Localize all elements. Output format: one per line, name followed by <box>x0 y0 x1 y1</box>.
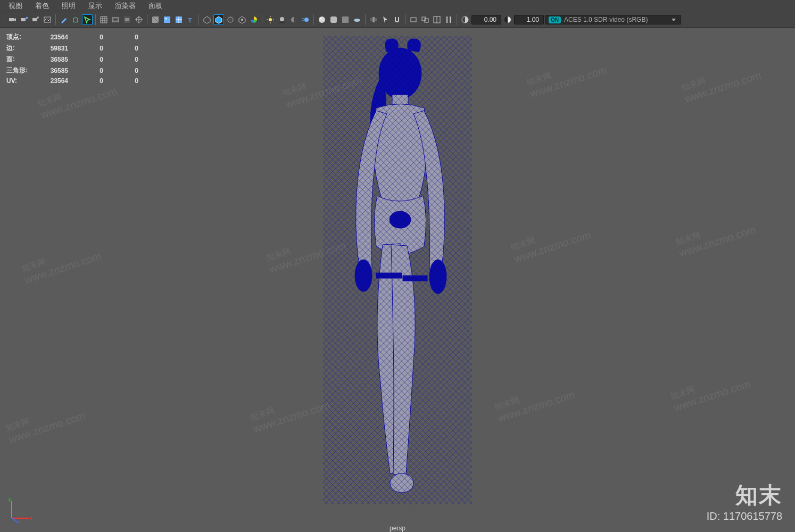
poly-count-hud: 顶点: 23564 0 0 边: 59831 0 0 面: 36585 0 0 … <box>5 31 149 86</box>
viewport-toolbar: T <box>0 12 795 28</box>
separator <box>405 14 405 25</box>
svg-text:T: T <box>188 16 192 24</box>
separator <box>95 14 96 25</box>
svg-point-27 <box>241 19 243 21</box>
light-all-icon[interactable] <box>265 14 276 25</box>
watermark: 知末网www.znzmo.com <box>509 218 592 265</box>
svg-marker-57 <box>672 19 676 21</box>
separator <box>55 14 56 25</box>
watermark: 知末网www.znzmo.com <box>493 378 576 425</box>
watermark: 知末网www.znzmo.com <box>680 59 763 105</box>
grease-pencil-icon[interactable] <box>59 14 69 25</box>
svg-line-72 <box>12 518 18 522</box>
hud-row-tris: 三角形: 36585 0 0 <box>6 65 148 76</box>
pointer-icon[interactable] <box>380 14 391 25</box>
motion-blur-icon[interactable] <box>300 14 311 25</box>
svg-text:y: y <box>9 497 11 502</box>
menu-view[interactable]: 视图 <box>2 0 29 12</box>
camera-settings-icon[interactable] <box>30 14 41 25</box>
column-icon[interactable] <box>443 14 454 25</box>
color-management-dropdown[interactable]: ON ACES 1.0 SDR-video (sRGB) <box>545 15 681 24</box>
ao-icon[interactable] <box>288 14 299 25</box>
color-mgmt-label: ACES 1.0 SDR-video (sRGB) <box>564 16 648 23</box>
svg-rect-47 <box>375 18 377 21</box>
mesh-wireframe[interactable] <box>323 36 472 504</box>
gamma-icon[interactable] <box>502 14 513 25</box>
svg-rect-16 <box>164 16 170 23</box>
hud-row-faces: 面: 36585 0 0 <box>6 54 148 64</box>
menu-display[interactable]: 显示 <box>82 0 109 12</box>
menu-panel[interactable]: 面板 <box>142 0 169 12</box>
chevron-down-icon <box>671 17 676 22</box>
svg-rect-42 <box>330 16 337 23</box>
rect-icon[interactable] <box>408 14 419 25</box>
viewport-menubar: 视图 着色 照明 显示 渲染器 面板 <box>0 0 795 12</box>
watermark: 知末网www.znzmo.com <box>249 388 332 435</box>
rect-grid-icon[interactable] <box>432 14 442 25</box>
shadows-icon[interactable] <box>277 14 287 25</box>
fog-icon[interactable] <box>352 14 362 25</box>
camera-bookmark-icon[interactable] <box>19 14 29 25</box>
film-gate-icon[interactable] <box>110 14 121 25</box>
textured-icon[interactable] <box>162 14 172 25</box>
svg-point-64 <box>429 260 446 294</box>
gate-mask-icon[interactable] <box>122 14 132 25</box>
text-icon[interactable]: T <box>185 14 196 25</box>
camera-select-icon[interactable] <box>7 14 18 25</box>
smooth-shade-icon[interactable] <box>328 14 339 25</box>
object-color-icon[interactable] <box>249 14 259 25</box>
exposure-field[interactable]: 0.00 <box>471 15 501 24</box>
svg-rect-8 <box>113 19 118 21</box>
watermark: 知末网www.znzmo.com <box>20 239 103 286</box>
isolate-select-icon[interactable] <box>202 14 212 25</box>
hud-row-verts: 顶点: 23564 0 0 <box>6 32 148 42</box>
snap-icon[interactable] <box>392 14 402 25</box>
svg-point-63 <box>355 260 372 292</box>
depth-dof-icon[interactable] <box>368 14 379 25</box>
svg-rect-65 <box>376 273 402 278</box>
separator <box>313 14 314 25</box>
svg-point-25 <box>229 19 231 21</box>
svg-point-17 <box>165 18 167 20</box>
wireframe-on-shaded-icon[interactable] <box>150 14 161 25</box>
ghost-icon[interactable] <box>70 14 81 25</box>
shading-material-icon[interactable] <box>213 14 224 25</box>
svg-rect-48 <box>411 18 416 22</box>
watermark: 知末网www.znzmo.com <box>669 367 752 414</box>
exposure-icon[interactable] <box>460 14 470 25</box>
image-plane-icon[interactable] <box>42 14 53 25</box>
resolution-gate-icon[interactable] <box>134 14 144 25</box>
svg-text:x: x <box>30 516 32 521</box>
axis-gizmo[interactable]: y x z <box>6 497 33 523</box>
svg-rect-4 <box>32 18 37 21</box>
watermark: 知末网www.znzmo.com <box>525 53 608 100</box>
svg-rect-45 <box>372 17 375 22</box>
select-highlight-icon[interactable] <box>82 14 93 25</box>
watermark: 知末网www.znzmo.com <box>4 399 87 446</box>
hq-render-icon[interactable] <box>317 14 327 25</box>
svg-rect-3 <box>26 17 28 19</box>
flat-shade-icon[interactable] <box>340 14 351 25</box>
separator <box>365 14 366 25</box>
textured-wire-icon[interactable] <box>173 14 184 25</box>
separator <box>262 14 262 25</box>
viewport[interactable]: 顶点: 23564 0 0 边: 59831 0 0 面: 36585 0 0 … <box>0 28 795 532</box>
hud-row-edges: 边: 59831 0 0 <box>6 43 148 53</box>
svg-point-37 <box>304 18 309 22</box>
menu-renderer[interactable]: 渲染器 <box>109 0 142 12</box>
watermark: 知末网www.znzmo.com <box>674 213 757 260</box>
gamma-field[interactable]: 1.00 <box>514 15 544 24</box>
watermark-logo: 知末 ID: 1170615778 <box>707 480 782 522</box>
separator <box>198 14 199 25</box>
menu-lighting[interactable]: 照明 <box>55 0 82 12</box>
svg-point-34 <box>280 17 284 21</box>
svg-point-44 <box>354 19 360 22</box>
menu-shading[interactable]: 着色 <box>29 0 55 12</box>
color-mgmt-badge: ON <box>549 16 561 23</box>
svg-text:z: z <box>18 519 21 523</box>
svg-point-62 <box>390 211 411 228</box>
double-rect-icon[interactable] <box>420 14 430 25</box>
xray-joints-icon[interactable] <box>237 14 247 25</box>
grid-icon[interactable] <box>98 14 109 25</box>
xray-icon[interactable] <box>225 14 236 25</box>
